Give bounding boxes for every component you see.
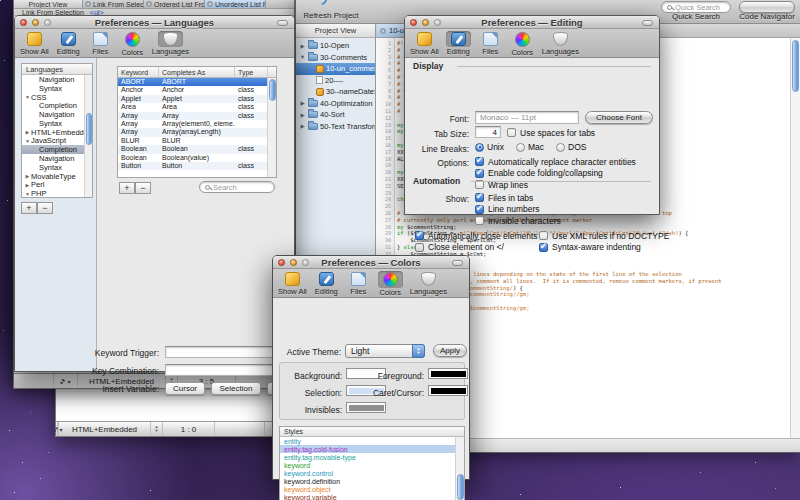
- disclosure-triangle-icon[interactable]: ▶: [24, 173, 31, 179]
- language-list-item[interactable]: Navigation: [22, 110, 92, 119]
- language-list-item[interactable]: ▼PHP: [22, 189, 92, 198]
- close-button[interactable]: [20, 19, 27, 26]
- zoom-button[interactable]: [302, 259, 309, 266]
- table-scrollbar[interactable]: [267, 78, 276, 177]
- toolbar-item-colors[interactable]: Colors: [510, 31, 535, 57]
- disclosure-triangle-icon[interactable]: ▶: [24, 129, 31, 135]
- disclosure-triangle-icon[interactable]: ▼: [299, 54, 306, 60]
- table-row[interactable]: ArrayArrayclass: [118, 112, 276, 120]
- table-row[interactable]: BLURBLUR: [118, 137, 276, 145]
- table-row[interactable]: BooleanBooleanclass: [118, 145, 276, 153]
- styles-scrollbar[interactable]: [455, 437, 464, 500]
- invisibles-swatch[interactable]: [346, 402, 386, 413]
- selection-button[interactable]: Selection: [211, 382, 261, 395]
- toolbar-item-languages[interactable]: Languages: [410, 271, 447, 296]
- title-bar[interactable]: Preferences — Editing: [405, 16, 659, 29]
- theme-popup[interactable]: Light ▲▼: [345, 344, 425, 358]
- toolbar-item-editing[interactable]: Editing: [446, 31, 471, 56]
- language-list-item[interactable]: ▼CSS: [22, 93, 92, 102]
- tab-size-input[interactable]: 4: [475, 126, 501, 138]
- automation-row[interactable]: ✓Syntax-aware indenting: [539, 242, 669, 254]
- automation-row[interactable]: ✓Automatically close elements: [415, 230, 538, 242]
- style-list-item[interactable]: keyword.variable: [280, 494, 464, 500]
- show-row[interactable]: ✓Files in tabs: [475, 192, 561, 204]
- toolbar-item-show-all[interactable]: Show All: [410, 31, 439, 56]
- toolbar-item-languages[interactable]: Languages: [542, 31, 579, 56]
- tree-item[interactable]: 30--nameDateStr…: [296, 86, 375, 98]
- zoom-button[interactable]: [44, 19, 51, 26]
- disclosure-triangle-icon[interactable]: ▶: [24, 182, 31, 188]
- use-spaces-checkbox[interactable]: ✓Use spaces for tabs: [507, 127, 595, 139]
- add-language-button[interactable]: +: [21, 202, 37, 214]
- foreground-swatch[interactable]: [428, 368, 468, 379]
- table-row[interactable]: AreaAreaclass: [118, 103, 276, 111]
- tree-item[interactable]: ▶40-Sort: [296, 109, 375, 121]
- radio-button[interactable]: [516, 143, 525, 152]
- toolbar-item-files[interactable]: Files: [346, 271, 371, 296]
- close-tab-icon[interactable]: ×: [146, 1, 152, 7]
- language-list-item[interactable]: ▶MovableType: [22, 172, 92, 181]
- toolbar-item-files[interactable]: Files: [88, 31, 113, 56]
- language-list-item[interactable]: Syntax: [22, 84, 92, 93]
- toolbar-item-show-all[interactable]: Show All: [20, 31, 49, 56]
- toolbar-item-editing[interactable]: Editing: [56, 31, 81, 56]
- close-tab-icon[interactable]: ×: [380, 28, 386, 34]
- vertical-scrollbar[interactable]: [790, 38, 800, 438]
- checkbox[interactable]: ✓: [475, 157, 484, 166]
- style-list-item[interactable]: keyword.control: [280, 469, 464, 477]
- column-header[interactable]: Keyword: [118, 67, 159, 77]
- toolbar-toggle-button[interactable]: [452, 260, 463, 266]
- cursor-button[interactable]: Cursor: [165, 382, 205, 395]
- toolbar-item-editing[interactable]: Editing: [314, 271, 339, 296]
- language-stepper[interactable]: ▲▼: [151, 422, 163, 436]
- checkbox[interactable]: ✓: [475, 216, 484, 225]
- toolbar-toggle-button[interactable]: [642, 20, 653, 26]
- radio-button[interactable]: [475, 143, 484, 152]
- table-row[interactable]: ButtonButtonclass: [118, 162, 276, 170]
- checkbox[interactable]: ✓: [507, 128, 516, 137]
- disclosure-triangle-icon[interactable]: ▼: [24, 191, 31, 197]
- disclosure-triangle-icon[interactable]: ▶: [299, 43, 306, 49]
- table-row[interactable]: ABORTABORT: [118, 78, 276, 86]
- table-row[interactable]: BooleanBoolean(value): [118, 154, 276, 162]
- add-keyword-button[interactable]: +: [119, 182, 135, 194]
- style-list-item[interactable]: entity.tag.movable-type: [280, 453, 464, 461]
- line-break-radio[interactable]: Mac: [516, 142, 544, 152]
- minimize-button[interactable]: [290, 259, 297, 266]
- toolbar-item-files[interactable]: Files: [478, 31, 503, 56]
- disclosure-triangle-icon[interactable]: ▼: [24, 138, 31, 144]
- language-list-item[interactable]: Completion: [22, 101, 92, 110]
- checkbox[interactable]: ✓: [475, 205, 484, 214]
- caret-cursor-swatch[interactable]: [428, 385, 468, 396]
- disclosure-triangle-icon[interactable]: ▶: [299, 100, 306, 106]
- table-row[interactable]: AnchorAnchorclass: [118, 86, 276, 94]
- keyword-search-input[interactable]: Search: [199, 181, 275, 193]
- key-combination-input[interactable]: [165, 364, 287, 376]
- style-list-item[interactable]: keyword.definition: [280, 477, 464, 485]
- table-row[interactable]: ArrayArray(arrayLength): [118, 128, 276, 136]
- table-row[interactable]: ArrayArray(element0, eleme…: [118, 120, 276, 128]
- toolbar-item-show-all[interactable]: Show All: [278, 271, 307, 296]
- disclosure-triangle-icon[interactable]: ▶: [299, 123, 306, 129]
- style-list-item[interactable]: keyword.object: [280, 486, 464, 494]
- language-list-item[interactable]: Syntax: [22, 119, 92, 128]
- line-break-radio[interactable]: Unix: [475, 142, 504, 152]
- language-list-item[interactable]: Completion: [22, 145, 92, 154]
- remove-language-button[interactable]: −: [37, 202, 53, 214]
- close-tab-icon[interactable]: ×: [207, 1, 213, 7]
- checkbox[interactable]: ✓: [539, 243, 548, 252]
- checkbox[interactable]: ✓: [415, 231, 424, 240]
- automation-row[interactable]: ✓Close element on </: [415, 242, 538, 254]
- close-button[interactable]: [410, 19, 417, 26]
- column-header[interactable]: Completes As: [159, 67, 235, 77]
- document-tab[interactable]: ×Unordered List F…: [205, 0, 266, 8]
- language-list-item[interactable]: ▼JavaScript: [22, 137, 92, 146]
- toolbar-item-colors[interactable]: Colors: [120, 31, 145, 57]
- style-list-item[interactable]: entity: [280, 437, 464, 445]
- close-button[interactable]: [278, 259, 285, 266]
- document-tab[interactable]: ×Link From Selection: [83, 0, 144, 8]
- style-list-item[interactable]: entity.tag.cold-fusion: [280, 445, 464, 453]
- toolbar-toggle-button[interactable]: [277, 20, 288, 26]
- disclosure-triangle-icon[interactable]: ▼: [24, 94, 31, 100]
- language-cell[interactable]: HTML+Embedded: [59, 422, 151, 436]
